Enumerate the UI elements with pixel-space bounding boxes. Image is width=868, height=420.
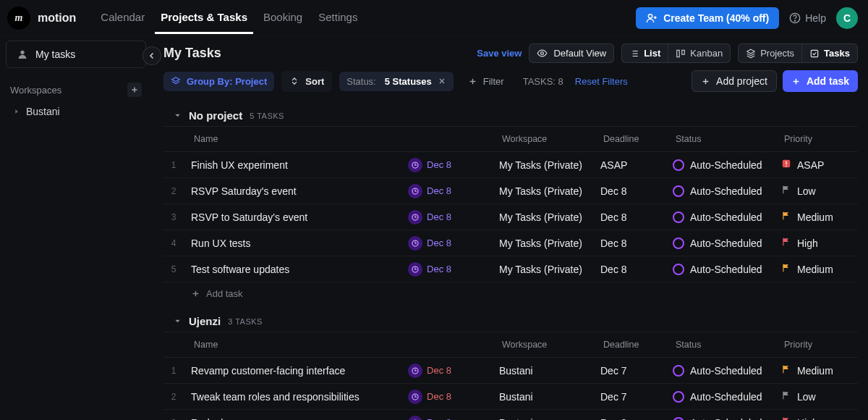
group-by-chip[interactable]: Group By: Project	[163, 72, 274, 91]
add-filter-button[interactable]: Filter	[461, 72, 511, 91]
scheduled-badge[interactable]: Dec 8	[408, 416, 451, 421]
table-row[interactable]: 1 Revamp customer-facing interface Dec 8…	[163, 358, 858, 384]
status-ring-icon	[673, 159, 684, 171]
scheduled-date: Dec 8	[427, 264, 451, 274]
status-ring-icon	[673, 391, 684, 403]
status-ring-icon	[673, 211, 684, 223]
projects-scope-label: Projects	[760, 48, 794, 59]
eye-icon	[537, 48, 548, 59]
svg-point-2	[795, 20, 796, 21]
avatar[interactable]: C	[836, 7, 858, 29]
projects-scope-button[interactable]: Projects	[739, 44, 802, 62]
col-priority[interactable]: Priority	[777, 338, 868, 351]
plus-icon	[468, 77, 477, 86]
row-number: 2	[163, 186, 184, 196]
task-name-cell: Revamp customer-facing interface Dec 8	[184, 364, 459, 378]
deadline-cell: Dec 8	[593, 185, 665, 197]
table-row[interactable]: 5 Test software updates Dec 8 My Tasks (…	[163, 256, 858, 282]
scheduled-badge[interactable]: Dec 8	[408, 236, 451, 251]
table-row[interactable]: 2 Tweak team roles and responsibilities …	[163, 384, 858, 410]
kanban-view-button[interactable]: Kanban	[668, 44, 730, 62]
group-header[interactable]: No project 5 TASKS	[163, 105, 858, 126]
reset-filters-button[interactable]: Reset Filters	[575, 76, 628, 87]
priority-flag-icon	[781, 237, 791, 249]
task-name: RSVP Saturday's event	[191, 185, 297, 197]
main: My Tasks Save view Default View List Kan…	[152, 36, 868, 420]
chevron-left-icon	[148, 51, 156, 60]
default-view-label: Default View	[553, 48, 606, 59]
status-filter-chip[interactable]: Status: 5 Statuses	[339, 72, 454, 91]
col-priority[interactable]: Priority	[777, 133, 868, 146]
priority-text: Medium	[797, 365, 833, 377]
scheduled-badge[interactable]: Dec 8	[408, 210, 451, 224]
table-row[interactable]: 4 Run UX tests Dec 8 My Tasks (Private) …	[163, 230, 858, 256]
col-workspace[interactable]: Workspace	[495, 133, 596, 146]
scheduled-badge[interactable]: Dec 8	[408, 262, 451, 277]
row-number: 1	[163, 160, 184, 170]
status-ring-icon	[673, 365, 684, 377]
col-deadline[interactable]: Deadline	[596, 338, 668, 351]
status-text: Auto-Scheduled	[690, 391, 762, 403]
create-team-button[interactable]: Create Team (40% off)	[636, 7, 779, 29]
save-view-button[interactable]: Save view	[477, 48, 522, 59]
add-project-button[interactable]: Add project	[692, 70, 777, 92]
table-row[interactable]: 3 RSVP to Saturday's event Dec 8 My Task…	[163, 204, 858, 230]
table-row[interactable]: 1 Finish UX experiment Dec 8 My Tasks (P…	[163, 152, 858, 178]
table-row[interactable]: 3 Redeploy app Dec 8 Bustani Dec 9 Auto-…	[163, 410, 858, 420]
add-workspace-button[interactable]	[127, 83, 142, 97]
scheduled-badge[interactable]: Dec 8	[408, 184, 451, 198]
list-view-button[interactable]: List	[622, 44, 668, 62]
group-header[interactable]: Ujenzi 3 TASKS	[163, 311, 858, 332]
col-status[interactable]: Status	[668, 133, 777, 146]
group-count: 3 TASKS	[228, 317, 263, 326]
scheduled-badge[interactable]: Dec 8	[408, 390, 451, 404]
status-filter-label: Status:	[346, 76, 375, 87]
nav-booking[interactable]: Booking	[258, 1, 308, 34]
close-icon[interactable]	[438, 77, 446, 85]
deadline-cell: Dec 8	[593, 238, 665, 249]
row-number: 2	[163, 392, 184, 402]
plus-icon	[791, 77, 801, 86]
status-text: Auto-Scheduled	[690, 238, 762, 249]
task-name-cell: RSVP Saturday's event Dec 8	[184, 184, 459, 198]
priority-text: Low	[797, 185, 816, 197]
status-ring-icon	[673, 417, 684, 421]
chevron-down-icon	[174, 112, 182, 119]
auto-schedule-icon	[408, 236, 422, 251]
sidebar-collapse-button[interactable]	[142, 46, 161, 65]
svg-point-3	[20, 51, 24, 54]
default-view-button[interactable]: Default View	[529, 43, 614, 63]
sidebar-workspace-bustani[interactable]: Bustani	[0, 101, 152, 122]
nav-projects-tasks[interactable]: Projects & Tasks	[155, 1, 253, 34]
nav-calendar[interactable]: Calendar	[95, 1, 150, 34]
scheduled-badge[interactable]: Dec 8	[408, 364, 451, 378]
kanban-view-label: Kanban	[690, 48, 723, 59]
priority-cell: ASAP	[774, 159, 868, 171]
add-task-label: Add task	[807, 75, 849, 87]
sidebar-workspaces-label: Workspaces	[10, 85, 61, 96]
sort-chip[interactable]: Sort	[281, 71, 332, 92]
plus-icon	[191, 289, 200, 298]
priority-text: High	[797, 238, 818, 249]
nav-settings[interactable]: Settings	[312, 1, 363, 34]
status-text: Auto-Scheduled	[690, 417, 762, 421]
col-status[interactable]: Status	[668, 338, 777, 351]
col-name[interactable]: Name	[187, 133, 461, 146]
status-cell: Auto-Scheduled	[665, 365, 774, 377]
status-cell: Auto-Scheduled	[665, 159, 774, 171]
auto-schedule-icon	[408, 416, 422, 421]
col-workspace[interactable]: Workspace	[495, 338, 596, 351]
task-name: Tweak team roles and responsibilities	[191, 391, 359, 403]
add-task-inline[interactable]: Add task	[163, 282, 858, 305]
col-deadline[interactable]: Deadline	[596, 133, 668, 146]
status-cell: Auto-Scheduled	[665, 417, 774, 421]
add-task-button[interactable]: Add task	[783, 70, 858, 92]
list-icon	[629, 49, 639, 59]
status-text: Auto-Scheduled	[690, 159, 762, 171]
table-row[interactable]: 2 RSVP Saturday's event Dec 8 My Tasks (…	[163, 178, 858, 204]
col-name[interactable]: Name	[187, 338, 461, 351]
sidebar-my-tasks[interactable]: My tasks	[6, 41, 146, 68]
help-button[interactable]: Help	[789, 12, 826, 24]
tasks-scope-button[interactable]: Tasks	[802, 44, 857, 62]
scheduled-badge[interactable]: Dec 8	[408, 158, 451, 172]
